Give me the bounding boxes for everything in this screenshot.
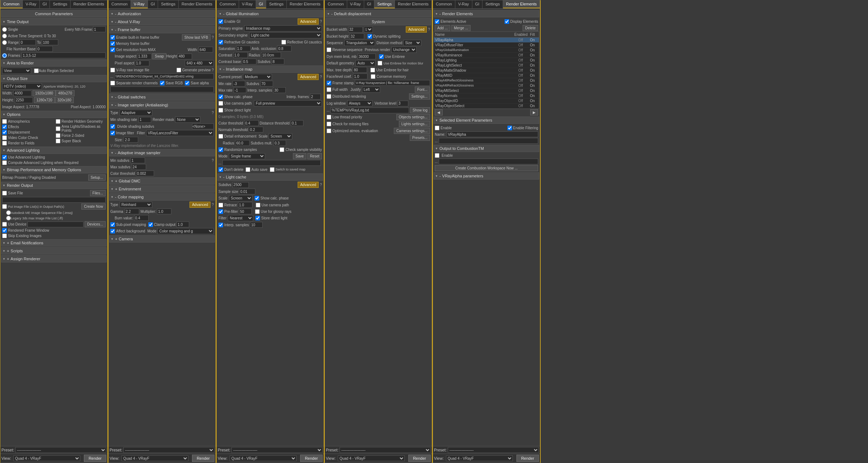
lc-sample-size-input[interactable]: [239, 189, 255, 194]
lc-interp-cb[interactable]: [218, 223, 223, 227]
output-path-input[interactable]: [2, 197, 106, 203]
enable-built-in-cb[interactable]: [110, 35, 115, 40]
list-item[interactable]: VRayMtlSelect Off On: [434, 88, 539, 93]
bucket-width-input[interactable]: [348, 27, 363, 33]
list-item[interactable]: VRayMtlID Off On: [434, 73, 539, 78]
max-subdivs-input[interactable]: [132, 164, 146, 170]
cameras-settings-button[interactable]: Cameras settings...: [394, 128, 430, 134]
gi-header[interactable]: -Global Illumination: [217, 10, 323, 17]
lc-glossy-cb[interactable]: [255, 209, 260, 214]
check-sample-cb[interactable]: [280, 147, 284, 152]
combustion-header[interactable]: Output to CombustionTM: [434, 145, 539, 152]
view-select-2[interactable]: Quad 4 - VRayF: [122, 455, 188, 461]
frame-stamp-cb[interactable]: [327, 81, 331, 85]
adaptive-sampler-header[interactable]: -Adaptive image sampler: [109, 149, 215, 156]
list-item[interactable]: VRayObjectID Off On: [434, 98, 539, 104]
tab-render-elements-4[interactable]: Render Elements: [395, 0, 432, 8]
render-button-4[interactable]: Render: [408, 455, 431, 462]
sequence-select[interactable]: Triangulation: [344, 40, 375, 46]
vray-raw-cb[interactable]: [110, 68, 115, 72]
list-item[interactable]: VRayAlpha Off On: [434, 38, 539, 43]
render-button-3[interactable]: Render: [300, 455, 323, 462]
sys-advanced-button[interactable]: Advanced: [406, 26, 427, 33]
lc-filter-select[interactable]: Nearest: [228, 215, 253, 221]
none-input[interactable]: [192, 123, 214, 129]
irr-advanced-button[interactable]: Advanced: [298, 74, 319, 80]
options-header[interactable]: Options: [1, 111, 107, 118]
dyn-mem-input[interactable]: [358, 54, 376, 59]
color-threshold-input[interactable]: [136, 171, 154, 176]
clamp-output-cb[interactable]: [148, 222, 153, 227]
radius-detail-input[interactable]: [235, 140, 250, 146]
interp-frames-input[interactable]: [310, 94, 321, 100]
range-end[interactable]: [42, 39, 58, 45]
reflective-gi-cb[interactable]: [281, 40, 286, 45]
cm-type-select[interactable]: Reinhard: [120, 202, 152, 208]
save-rgb-cb[interactable]: [160, 81, 165, 85]
preset-select-1[interactable]: --------------------: [15, 447, 106, 453]
pixel-aspect-input[interactable]: [135, 60, 149, 66]
skip-existing-cb[interactable]: [2, 233, 7, 238]
auto-save-cb[interactable]: [246, 167, 250, 172]
list-item[interactable]: VRayObjectSelect Off On: [434, 104, 539, 109]
vray-path-input[interactable]: [114, 73, 214, 79]
delete-button[interactable]: Delete: [523, 25, 538, 31]
save-alpha-cb[interactable]: [185, 81, 190, 85]
vray-width-input[interactable]: [199, 47, 213, 52]
output-preset-select[interactable]: HDTV (video): [2, 83, 42, 89]
bitmap-header[interactable]: Bitmap Performance and Memory Options: [1, 166, 107, 173]
refractive-gi-cb[interactable]: [218, 40, 223, 45]
subdivs-mult-input[interactable]: [273, 140, 286, 146]
full-preview-select[interactable]: Full preview: [254, 100, 322, 106]
elements-active-cb[interactable]: [435, 19, 439, 24]
assign-renderer-header[interactable]: +Assign Renderer: [1, 255, 107, 262]
divide-shading-cb[interactable]: [110, 124, 115, 129]
bucket-unit-select[interactable]: L: [364, 26, 373, 33]
normals-thresh-input[interactable]: [249, 127, 263, 132]
put-image-cb[interactable]: [2, 204, 7, 209]
render-button-5[interactable]: Render: [516, 455, 539, 462]
list-item[interactable]: VRayIlluminance Off On: [434, 53, 539, 58]
justify-select[interactable]: Left: [362, 87, 380, 93]
swap-button[interactable]: Swap: [152, 53, 166, 59]
lc-prefilter-input[interactable]: [239, 209, 252, 214]
separate-channels-cb[interactable]: [110, 81, 115, 85]
range-radio[interactable]: [2, 40, 7, 45]
setup-button[interactable]: Setup...: [88, 174, 106, 181]
area-render-select[interactable]: View: [2, 68, 31, 74]
affect-bg-cb[interactable]: [110, 229, 115, 233]
render-fields-cb[interactable]: [2, 141, 7, 146]
lc-store-direct-cb[interactable]: [255, 216, 260, 220]
tab-render-elements-5[interactable]: Render Elements: [503, 0, 540, 8]
default-geometry-select[interactable]: Auto: [356, 60, 375, 66]
compute-advanced-cb[interactable]: [2, 160, 7, 165]
log-path-input[interactable]: [331, 108, 409, 113]
preset-select-3[interactable]: --------------------: [231, 447, 323, 453]
filter-size-input[interactable]: [124, 137, 138, 143]
dynamic-splitting-cb[interactable]: [367, 34, 372, 39]
file-number-input[interactable]: [37, 46, 53, 52]
tab-vray-5[interactable]: V-Ray: [455, 0, 472, 8]
use-embree-cb[interactable]: [379, 54, 384, 59]
sub-pixel-cb[interactable]: [110, 222, 115, 227]
authorization-header[interactable]: -Authorization: [109, 10, 215, 17]
global-dmc-header[interactable]: +Global DMC: [109, 177, 215, 185]
full-width-cb[interactable]: [327, 87, 331, 92]
tab-common-2[interactable]: Common: [109, 0, 131, 8]
render-elements-header[interactable]: -Render Elements: [434, 10, 539, 17]
show-last-vfb-button[interactable]: Show last VFB: [182, 34, 211, 41]
width-input[interactable]: [13, 91, 31, 96]
min-rate-input[interactable]: [233, 81, 245, 87]
show-direct-cb[interactable]: [218, 108, 223, 113]
tab-settings-3[interactable]: Settings: [266, 0, 287, 8]
area-lights-cb[interactable]: [56, 126, 60, 131]
memory-frame-cb[interactable]: [110, 41, 115, 46]
saturation-input[interactable]: [236, 46, 251, 51]
video-color-cb[interactable]: [2, 135, 7, 140]
super-black-cb[interactable]: [56, 139, 60, 143]
view-select-3[interactable]: Quad 4 - VRayF: [230, 455, 297, 461]
tab-common-1[interactable]: Common: [0, 0, 23, 8]
face-level-input[interactable]: [353, 73, 367, 79]
create-combustion-button[interactable]: Create Combustion Workspace Now ...: [435, 165, 538, 171]
render-hidden-cb[interactable]: [56, 119, 60, 124]
